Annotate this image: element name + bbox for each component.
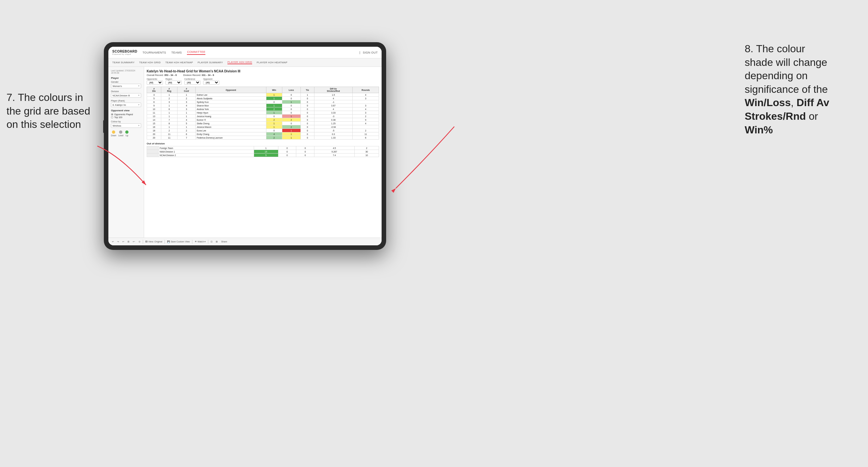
cell-opponent: Jessica Huang bbox=[196, 115, 267, 118]
cell-reg: 8 bbox=[161, 122, 178, 125]
nav-committee[interactable]: COMMITTEE bbox=[187, 50, 206, 55]
ood-cell-rounds: 10 bbox=[354, 154, 379, 157]
cell-opponent: Stella Cheng bbox=[196, 122, 267, 125]
cell-diff: -1 bbox=[314, 100, 352, 104]
cell-tie: 0 bbox=[301, 115, 314, 118]
ood-cell-diff: 9.267 bbox=[314, 150, 354, 154]
legend: Down Level Up bbox=[111, 130, 141, 136]
cell-conf: 1 bbox=[177, 93, 195, 97]
cell-tie: 0 bbox=[301, 122, 314, 125]
nav-right: | Sign out bbox=[360, 51, 378, 54]
toolbar-btn2[interactable]: ⊠ bbox=[215, 240, 219, 243]
opponent-view-radio-group: Opponents Played Top 100 bbox=[111, 113, 141, 119]
toolbar-refresh[interactable]: ↩· bbox=[132, 240, 136, 243]
table-row: 14 7 4 Eunice Yi 2 2 0 0.38 9 bbox=[147, 118, 379, 122]
cell-div: 20 bbox=[147, 136, 161, 139]
sign-out-button[interactable]: Sign out bbox=[363, 51, 378, 54]
cell-opponent: Sharon Mun bbox=[196, 104, 267, 107]
toolbar-save-custom[interactable]: 💾 Save Custom View bbox=[166, 240, 191, 243]
legend-down-dot bbox=[112, 130, 115, 134]
cell-tie: 0 bbox=[301, 111, 314, 115]
sub-nav-player-summary[interactable]: PLAYER SUMMARY bbox=[197, 61, 223, 64]
toolbar-btn1[interactable]: ⊡ bbox=[210, 240, 214, 243]
cell-rounds: 4 bbox=[352, 122, 379, 125]
table-row: 20 11 6 Emily Chang 4 1 0 0.3 11 bbox=[147, 132, 379, 136]
cell-win: 0 bbox=[266, 100, 282, 104]
toolbar-grid[interactable]: ⊞ bbox=[127, 240, 130, 243]
opponent-filter-select[interactable]: (All) bbox=[203, 81, 219, 85]
toolbar-view-original[interactable]: 🖼 View: Original bbox=[145, 240, 163, 243]
top-100-radio-circle bbox=[111, 116, 113, 119]
opponents-played-radio[interactable]: Opponents Played bbox=[111, 113, 141, 116]
main-content: Last Updated: 27/03/2024 16:55:38 Player… bbox=[108, 67, 381, 238]
ood-cell-tie: 0 bbox=[296, 146, 314, 150]
cell-win: 4 bbox=[266, 132, 282, 136]
cell-reg: 3 bbox=[161, 100, 178, 104]
cell-reg: 2 bbox=[161, 97, 178, 100]
cell-diff: -0.94 bbox=[314, 125, 352, 129]
cell-conf: 2 bbox=[177, 97, 195, 100]
cell-div: 6 bbox=[147, 100, 161, 104]
ood-cell-opponent: Foreign Team bbox=[159, 146, 254, 150]
gender-select[interactable]: Women's bbox=[111, 84, 141, 88]
legend-up: Up bbox=[125, 130, 128, 136]
cell-div: 13 bbox=[147, 115, 161, 118]
sub-nav-player-h2h-heatmap[interactable]: PLAYER H2H HEATMAP bbox=[257, 61, 287, 64]
toolbar-redo[interactable]: ↪ bbox=[116, 240, 120, 243]
sub-nav-team-h2h-heatmap[interactable]: TEAM H2H HEATMAP bbox=[165, 61, 193, 64]
cell-tie: 0 bbox=[301, 104, 314, 107]
table-row: 16 1 1 Jessica Mason 1 2 0 -0.94 bbox=[147, 125, 379, 129]
col-div: #Div bbox=[147, 87, 161, 93]
cell-reg: 1 bbox=[161, 125, 178, 129]
cell-diff: 1.25 bbox=[314, 122, 352, 125]
toolbar-watch[interactable]: 👁 Watch ▾ bbox=[194, 240, 207, 243]
out-of-division-header: Out of division bbox=[147, 142, 379, 145]
ood-cell-opponent: NAIA Division 1 bbox=[159, 150, 254, 154]
player-rank-select[interactable]: 8. Katelyn Vo bbox=[111, 102, 141, 107]
sub-nav-team-summary[interactable]: TEAM SUMMARY bbox=[112, 61, 135, 64]
cell-reg: 1 bbox=[161, 115, 178, 118]
ood-cell-diff: 7.4 bbox=[314, 154, 354, 157]
cell-diff: 0.38 bbox=[314, 118, 352, 122]
cell-loss: 1 bbox=[282, 129, 301, 132]
sub-nav-player-h2h-grid[interactable]: PLAYER H2H GRID bbox=[227, 61, 252, 64]
conference-filter-select[interactable]: (All) bbox=[184, 81, 200, 85]
table-row: 18 2 2 Euna Lee 0 1 0 -5 2 bbox=[147, 129, 379, 132]
toolbar-share[interactable]: Share bbox=[220, 240, 228, 243]
cell-diff: -3 bbox=[314, 115, 352, 118]
cell-reg: 11 bbox=[161, 136, 178, 139]
cell-rounds: 2 bbox=[352, 129, 379, 132]
toolbar-sep1 bbox=[143, 240, 143, 244]
cell-opponent: Jessica Mason bbox=[196, 125, 267, 129]
cell-tie: 0 bbox=[301, 132, 314, 136]
cell-div: 10 bbox=[147, 107, 161, 111]
cell-diff: 0.3 bbox=[314, 132, 352, 136]
division-select[interactable]: NCAA Division III bbox=[111, 93, 141, 98]
gender-label: Gender bbox=[111, 81, 141, 83]
cell-win: 2 bbox=[266, 136, 282, 139]
cell-div: 3 bbox=[147, 93, 161, 97]
filters-row: Opponents: (All) Region (All) Conference bbox=[147, 78, 379, 85]
cell-diff: -5 bbox=[314, 129, 352, 132]
toolbar-clock[interactable]: ⊙ bbox=[137, 240, 142, 243]
cell-div: 18 bbox=[147, 129, 161, 132]
cell-conf: 1 bbox=[177, 115, 195, 118]
ood-table-row: Foreign Team 1 0 0 4.5 2 bbox=[147, 146, 379, 150]
ood-cell-tie: 0 bbox=[296, 154, 314, 157]
region-filter-select[interactable]: (All) bbox=[165, 81, 182, 85]
colour-by-select[interactable]: Win/loss bbox=[111, 123, 141, 128]
cell-rounds: 6 bbox=[352, 136, 379, 139]
toolbar-undo[interactable]: ↩ bbox=[111, 240, 115, 243]
cell-rounds: 2 bbox=[352, 115, 379, 118]
out-of-division-table: Foreign Team 1 0 0 4.5 2 NAIA Division 1… bbox=[147, 146, 379, 157]
cell-loss: 1 bbox=[282, 115, 301, 118]
top-100-radio[interactable]: Top 100 bbox=[111, 116, 141, 119]
cell-reg: 1 bbox=[161, 111, 178, 115]
sub-nav-team-h2h-grid[interactable]: TEAM H2H GRID bbox=[139, 61, 161, 64]
toolbar-undo2[interactable]: ↩ bbox=[121, 240, 125, 243]
nav-teams[interactable]: TEAMS bbox=[171, 51, 182, 54]
nav-tournaments[interactable]: TOURNAMENTS bbox=[143, 51, 166, 54]
cell-tie: 0 bbox=[301, 136, 314, 139]
cell-conf: 1 bbox=[177, 125, 195, 129]
opponents-filter-select[interactable]: (All) bbox=[147, 81, 163, 85]
